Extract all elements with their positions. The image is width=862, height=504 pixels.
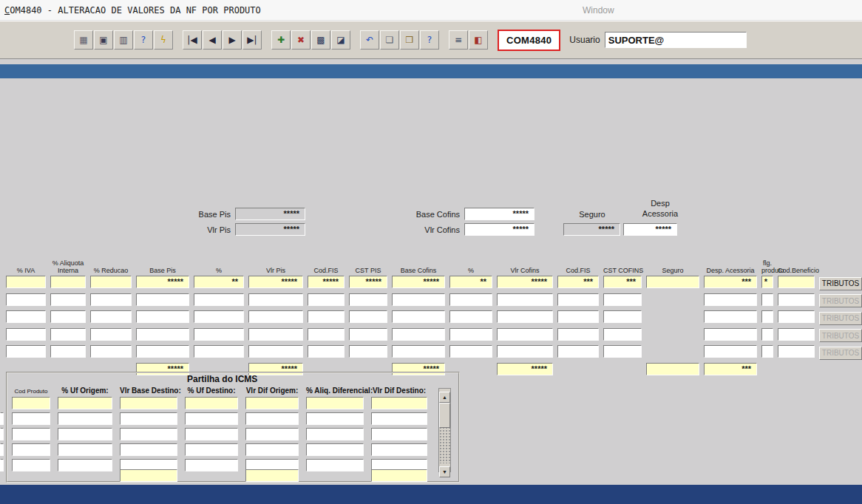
partilha-cell-field[interactable] [185, 443, 238, 456]
grid-cell-field[interactable] [50, 293, 86, 306]
edit-form-button[interactable]: ❒ [400, 30, 419, 50]
grid-cell-field[interactable] [50, 276, 86, 288]
grid-cell-field[interactable] [497, 328, 553, 341]
grid-cell-field[interactable] [349, 345, 387, 358]
partilha-cell-field[interactable] [245, 428, 299, 440]
grid-cell-field[interactable] [308, 328, 345, 341]
undo-button[interactable]: ↶ [360, 30, 379, 50]
grid-cell-field[interactable]: *** [603, 276, 642, 288]
grid-cell-field[interactable] [557, 345, 599, 358]
grid-cell-field[interactable] [704, 293, 757, 306]
grid-cell-field[interactable] [349, 293, 387, 306]
vlr-cofins-field[interactable]: ***** [464, 223, 534, 236]
grid-cell-field[interactable] [6, 328, 46, 341]
first-record-button[interactable]: |◀ [183, 30, 202, 50]
partilha-cell-field[interactable] [371, 397, 427, 409]
grid-cell-field[interactable] [449, 293, 492, 306]
record-list-button[interactable]: ≡ [449, 30, 468, 50]
grid-cell-field[interactable]: ***** [248, 276, 303, 288]
grid-cell-field[interactable] [449, 310, 492, 323]
partilha-cell-field[interactable] [245, 397, 299, 409]
grid-cell-field[interactable] [6, 345, 46, 358]
grid-cell-field[interactable] [761, 345, 773, 358]
partilha-cell-field[interactable] [12, 412, 50, 425]
grid-cell-field[interactable] [248, 293, 303, 306]
partilha-cell-field[interactable] [306, 412, 364, 425]
help-edit-button[interactable]: ? [134, 30, 153, 50]
grid-cell-field[interactable] [392, 310, 445, 323]
grid-cell-field[interactable] [603, 345, 642, 358]
partilha-cell-field[interactable] [12, 428, 50, 440]
grid-cell-field[interactable]: ***** [349, 276, 387, 288]
grid-cell-field[interactable] [136, 293, 189, 306]
scroll-up-icon[interactable]: ▲ [439, 392, 450, 403]
grid-cell-field[interactable] [349, 310, 387, 323]
grid-cell-field[interactable] [761, 293, 773, 306]
grid-cell-field[interactable] [90, 328, 132, 341]
next-record-button[interactable]: ▶ [223, 30, 242, 50]
grid-cell-field[interactable] [136, 310, 189, 323]
grid-cell-field[interactable] [778, 276, 815, 288]
grid-cell-field[interactable] [6, 276, 46, 288]
grid-cell-field[interactable] [194, 328, 244, 341]
grid-cell-field[interactable] [308, 293, 345, 306]
help-button[interactable]: ? [420, 30, 439, 50]
partilha-cell-field[interactable] [245, 412, 299, 425]
grid-cell-field[interactable]: ***** [497, 276, 553, 288]
grid-cell-field[interactable] [603, 293, 642, 306]
grid-cell-field[interactable] [90, 310, 132, 323]
lightning-edit-button[interactable]: ϟ [154, 30, 173, 50]
previous-record-button[interactable]: ◀ [203, 30, 222, 50]
grid-cell-field[interactable] [704, 328, 757, 341]
partilha-cell-field[interactable] [185, 397, 238, 409]
grid-cell-field[interactable] [6, 310, 46, 323]
grid-cell-field[interactable] [248, 328, 303, 341]
grid-cell-field[interactable]: ***** [136, 276, 189, 288]
partilha-cell-field[interactable] [306, 443, 364, 456]
grid-cell-field[interactable] [603, 328, 642, 341]
partilha-cell-field[interactable] [120, 443, 177, 456]
execute-query-button[interactable]: ◪ [331, 30, 350, 50]
partilha-cell-field[interactable] [371, 412, 427, 425]
partilha-cell-field[interactable] [58, 397, 112, 409]
partilha-cell-field[interactable] [245, 443, 299, 456]
grid-cell-field[interactable] [248, 310, 303, 323]
user-input[interactable] [605, 32, 747, 48]
scroll-down-icon[interactable]: ▼ [439, 466, 450, 477]
grid-cell-field[interactable] [50, 328, 86, 341]
grid-cell-field[interactable] [557, 310, 599, 323]
base-cofins-field[interactable]: ***** [464, 208, 534, 220]
tributos-button[interactable]: TRIBUTOS [819, 277, 862, 290]
partilha-cell-field[interactable] [12, 397, 50, 409]
last-record-button[interactable]: ▶| [242, 30, 262, 50]
grid-cell-field[interactable] [50, 310, 86, 323]
grid-cell-field[interactable] [392, 328, 445, 341]
partilha-cell-field[interactable] [58, 412, 112, 425]
grid-cell-field[interactable] [449, 328, 492, 341]
save-button[interactable]: ▦ [74, 30, 93, 50]
grid-cell-field[interactable]: *** [557, 276, 599, 288]
grid-cell-field[interactable]: * [761, 276, 773, 288]
grid-cell-field[interactable] [497, 293, 553, 306]
grid-cell-field[interactable] [497, 310, 553, 323]
grid-cell-field[interactable] [194, 345, 244, 358]
grid-cell-field[interactable] [308, 345, 345, 358]
partilha-cell-field[interactable] [185, 428, 238, 440]
window-menu-label[interactable]: Window [583, 5, 614, 16]
grid-cell-field[interactable] [778, 310, 815, 323]
grid-cell-field[interactable] [392, 293, 445, 306]
scrollbar-track[interactable] [439, 403, 450, 463]
exit-book-button[interactable]: ◧ [469, 30, 488, 50]
grid-cell-field[interactable]: ** [194, 276, 244, 288]
print-button[interactable]: ▥ [114, 30, 133, 50]
grid-cell-field[interactable] [90, 345, 132, 358]
grid-cell-field[interactable] [704, 345, 757, 358]
grid-cell-field[interactable] [778, 345, 815, 358]
grid-cell-field[interactable] [557, 328, 599, 341]
grid-cell-field[interactable] [449, 345, 492, 358]
partilha-cell-field[interactable] [306, 397, 364, 409]
partilha-cell-field[interactable] [120, 412, 177, 425]
grid-cell-field[interactable] [761, 328, 773, 341]
grid-cell-field[interactable] [308, 310, 345, 323]
grid-cell-field[interactable]: *** [704, 276, 757, 288]
